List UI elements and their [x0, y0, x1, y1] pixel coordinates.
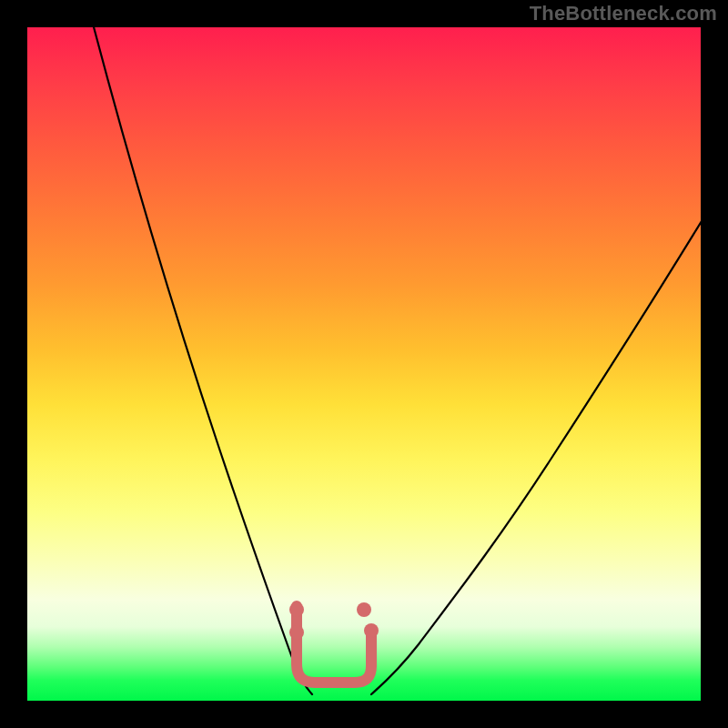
curve-overlay — [27, 27, 701, 701]
watermark-text: TheBottleneck.com — [530, 2, 717, 25]
curve-dot — [364, 623, 379, 638]
plot-area — [27, 27, 701, 701]
valley-u-shape — [297, 606, 371, 682]
chart-frame: TheBottleneck.com — [0, 0, 728, 728]
right-curve — [371, 217, 701, 694]
curve-dot — [357, 602, 371, 617]
left-curve — [93, 27, 312, 694]
curve-dot — [289, 602, 304, 617]
curve-dot — [289, 625, 304, 640]
